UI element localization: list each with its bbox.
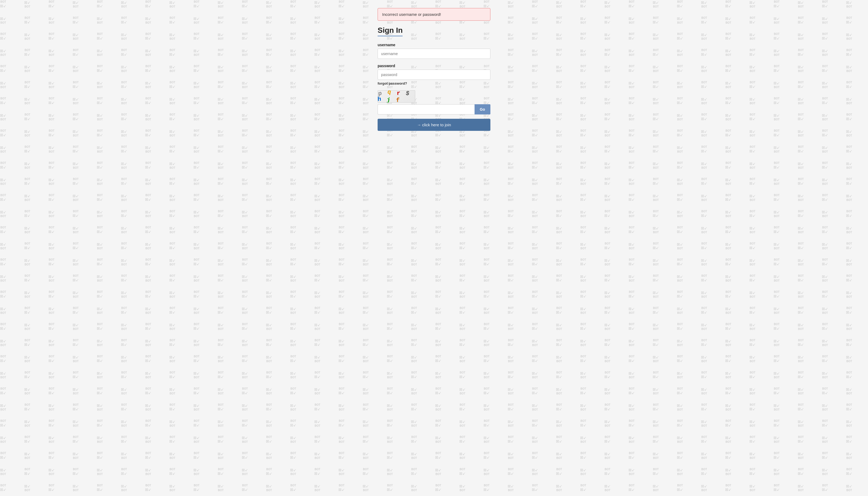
join-button[interactable]: → click here to join [377, 119, 491, 131]
captcha-go-button[interactable]: Go [475, 104, 491, 114]
password-label: password [377, 64, 491, 68]
captcha-container: p q r $ h j f Go [377, 90, 491, 114]
error-message: Incorrect username or password! [382, 12, 441, 17]
username-label: username [377, 43, 491, 47]
form-container: Sign In username password forgot passwor… [377, 26, 491, 131]
captcha-input-row: Go [377, 104, 491, 114]
error-banner: Incorrect username or password! [377, 8, 491, 21]
captcha-image: p q r $ h j f [377, 90, 415, 103]
page-container: Incorrect username or password! Sign In … [0, 0, 868, 496]
forgot-password-link[interactable]: forgot password? [377, 81, 491, 86]
captcha-input[interactable] [377, 104, 475, 114]
username-input[interactable] [377, 49, 491, 59]
password-group: password forgot password? [377, 64, 491, 86]
captcha-text: p q r $ h j f [377, 90, 415, 103]
password-input[interactable] [377, 69, 491, 80]
sign-in-title: Sign In [377, 26, 491, 38]
username-group: username [377, 43, 491, 59]
